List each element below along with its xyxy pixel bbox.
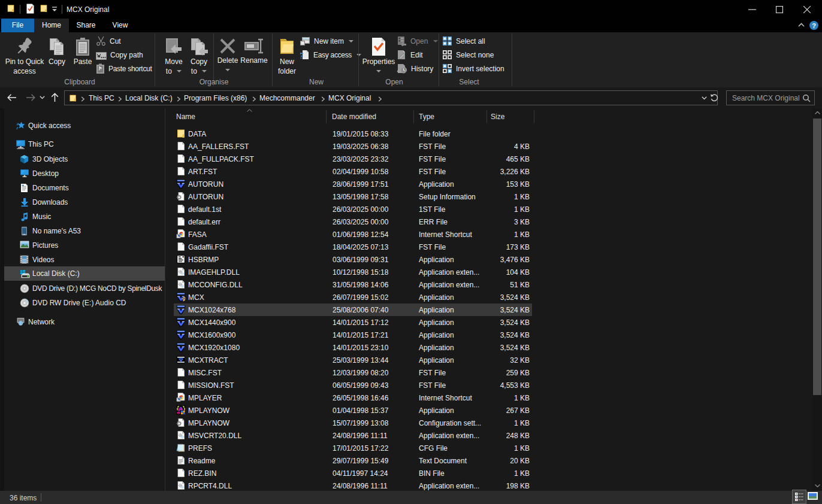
svg-text:?: ?: [812, 22, 816, 29]
